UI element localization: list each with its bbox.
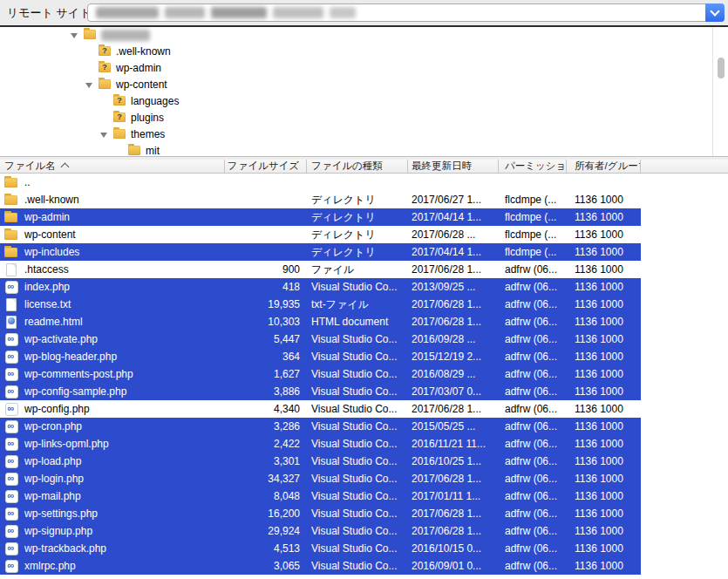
- file-owner-group: 1136 1000: [567, 383, 641, 400]
- file-row-.well-known[interactable]: .well-knownディレクトリ2017/06/27 1...flcdmpe …: [0, 191, 641, 208]
- file-permissions: adfrw (06...: [499, 365, 567, 383]
- file-modified-value: 2017/06/28 1...: [412, 525, 481, 537]
- file-permissions: adfrw (06...: [499, 522, 567, 540]
- tree-item-languages[interactable]: ?languages: [0, 93, 728, 110]
- file-size-value: 3,286: [274, 420, 300, 433]
- folder-question-icon: ?: [99, 63, 112, 74]
- file-size-value: 4,513: [274, 542, 300, 555]
- tree-item-plugins[interactable]: ?plugins: [0, 110, 728, 126]
- disclosure-triangle-icon[interactable]: [71, 33, 78, 38]
- file-type: HTML document: [307, 313, 408, 330]
- file-modified: 2017/01/11 1...: [408, 487, 499, 505]
- file-name: wp-links-opml.php: [24, 438, 109, 450]
- tree-scrollbar[interactable]: [712, 27, 728, 156]
- file-row-wp-config-sample.php[interactable]: wp-config-sample.php3,886Visual Studio C…: [0, 383, 641, 400]
- file-type-value: ディレクトリ: [311, 210, 376, 225]
- tree-item-themes[interactable]: themes: [0, 126, 728, 143]
- file-permissions-value: adfrw (06...: [505, 490, 557, 502]
- file-permissions: adfrw (06...: [499, 400, 567, 418]
- remote-site-combobox[interactable]: [87, 3, 725, 22]
- column-header-owner-group[interactable]: 所有者/グループ: [567, 160, 641, 173]
- php-file-icon: [4, 489, 18, 503]
- tree-item-.well-known[interactable]: ?.well-known: [0, 44, 728, 60]
- file-name: wp-login.php: [24, 473, 84, 485]
- file-row-wp-trackback.php[interactable]: wp-trackback.php4,513Visual Studio Co...…: [0, 540, 641, 557]
- file-row-wp-mail.php[interactable]: wp-mail.php8,048Visual Studio Co...2017/…: [0, 487, 641, 505]
- file-name-cell: index.php: [0, 278, 225, 296]
- file-modified-value: 2015/12/19 2...: [412, 351, 481, 363]
- file-row-wp-content[interactable]: wp-contentディレクトリ2017/06/28 ...flcdmpe (.…: [0, 226, 641, 243]
- file-row-wp-load.php[interactable]: wp-load.php3,301Visual Studio Co...2016/…: [0, 453, 641, 470]
- file-owner-group: 1136 1000: [567, 313, 641, 330]
- file-row-.htaccess[interactable]: .htaccess900ファイル2017/06/28 1...adfrw (06…: [0, 261, 641, 278]
- file-size-value: 364: [282, 351, 300, 363]
- tree-item-redacted-folder[interactable]: [0, 27, 728, 44]
- file-type-value: Visual Studio Co...: [311, 455, 398, 467]
- file-row-..[interactable]: ..: [0, 174, 641, 191]
- file-name-cell: wp-includes: [0, 243, 225, 261]
- disclosure-triangle-icon[interactable]: [100, 133, 107, 138]
- file-modified: 2017/06/28 1...: [408, 505, 499, 522]
- file-row-wp-comments-post.php[interactable]: wp-comments-post.php1,627Visual Studio C…: [0, 365, 641, 383]
- folder-icon: [4, 228, 18, 242]
- file-owner-group-value: 1136 1000: [575, 403, 623, 415]
- file-size-value: 5,447: [274, 333, 300, 345]
- file-permissions: adfrw (06...: [499, 296, 567, 313]
- file-row-wp-includes[interactable]: wp-includesディレクトリ2017/04/14 1...flcdmpe …: [0, 243, 641, 261]
- file-row-readme.html[interactable]: readme.html10,303HTML document2017/06/28…: [0, 313, 641, 330]
- tree-item-wp-content[interactable]: wp-content: [0, 77, 728, 93]
- file-owner-group: 1136 1000: [567, 191, 641, 208]
- file-row-wp-activate.php[interactable]: wp-activate.php5,447Visual Studio Co...2…: [0, 330, 641, 348]
- file-size: 16,200: [225, 505, 307, 522]
- column-header-filesize[interactable]: ファイルサイズ: [225, 160, 307, 173]
- file-permissions-value: adfrw (06...: [505, 333, 557, 345]
- file-permissions: adfrw (06...: [499, 505, 567, 522]
- file-row-wp-blog-header.php[interactable]: wp-blog-header.php364Visual Studio Co...…: [0, 348, 641, 365]
- file-type-value: HTML document: [311, 316, 388, 328]
- file-row-license.txt[interactable]: license.txt19,935txt-ファイル2017/06/28 1...…: [0, 296, 641, 313]
- file-owner-group-value: 1136 1000: [575, 281, 623, 293]
- tree-item-mit[interactable]: mit: [0, 143, 728, 156]
- file-owner-group-value: 1136 1000: [575, 246, 623, 258]
- file-modified-value: 2017/06/28 1...: [412, 316, 481, 328]
- file-type: Visual Studio Co...: [307, 505, 408, 522]
- file-modified-value: 2017/06/27 1...: [412, 194, 481, 206]
- file-row-wp-admin[interactable]: wp-adminディレクトリ2017/04/14 1...flcdmpe (..…: [0, 208, 641, 226]
- file-type-value: Visual Studio Co...: [311, 368, 398, 380]
- column-header-permissions[interactable]: パーミッション: [499, 160, 567, 173]
- tree-item-wp-admin[interactable]: ?wp-admin: [0, 60, 728, 77]
- disclosure-triangle-icon[interactable]: [85, 83, 92, 88]
- file-size-value: 2,422: [274, 438, 300, 450]
- column-header-filename[interactable]: ファイル名: [0, 160, 225, 173]
- file-owner-group-value: 1136 1000: [575, 385, 623, 398]
- file-size-value: 418: [282, 281, 300, 293]
- file-permissions-value: adfrw (06...: [505, 420, 557, 433]
- file-type-value: Visual Studio Co...: [311, 507, 398, 520]
- tree-scrollbar-thumb[interactable]: [718, 58, 725, 78]
- php-file-icon: [4, 419, 18, 433]
- file-row-index.php[interactable]: index.php418Visual Studio Co...2013/09/2…: [0, 278, 641, 296]
- file-icon: [4, 297, 18, 311]
- file-row-wp-config.php[interactable]: wp-config.php4,340Visual Studio Co...201…: [0, 400, 641, 418]
- file-row-wp-cron.php[interactable]: wp-cron.php3,286Visual Studio Co...2015/…: [0, 418, 641, 435]
- file-row-wp-login.php[interactable]: wp-login.php34,327Visual Studio Co...201…: [0, 470, 641, 487]
- file-type: ファイル: [307, 261, 408, 278]
- file-permissions-value: adfrw (06...: [505, 316, 557, 328]
- folder-icon: [4, 210, 18, 224]
- folder-question-icon: ?: [113, 112, 127, 124]
- column-header-filetype[interactable]: ファイルの種類: [307, 160, 408, 173]
- file-name-cell: readme.html: [0, 313, 225, 330]
- file-type-value: Visual Studio Co...: [311, 438, 398, 450]
- file-row-xmlrpc.php[interactable]: xmlrpc.php3,065Visual Studio Co...2016/0…: [0, 557, 641, 575]
- file-row-wp-signup.php[interactable]: wp-signup.php29,924Visual Studio Co...20…: [0, 522, 641, 540]
- file-owner-group: 1136 1000: [567, 487, 641, 505]
- file-row-wp-settings.php[interactable]: wp-settings.php16,200Visual Studio Co...…: [0, 505, 641, 522]
- file-row-wp-links-opml.php[interactable]: wp-links-opml.php2,422Visual Studio Co..…: [0, 435, 641, 453]
- column-header-last-modified[interactable]: 最終更新日時: [408, 160, 499, 173]
- combobox-dropdown-button[interactable]: [705, 3, 725, 22]
- file-owner-group-value: 1136 1000: [575, 420, 623, 433]
- folder-question-icon: ?: [99, 46, 112, 58]
- file-name-cell: wp-activate.php: [0, 330, 225, 348]
- file-modified-value: 2017/03/07 0...: [412, 385, 481, 398]
- php-file-icon: [4, 472, 18, 486]
